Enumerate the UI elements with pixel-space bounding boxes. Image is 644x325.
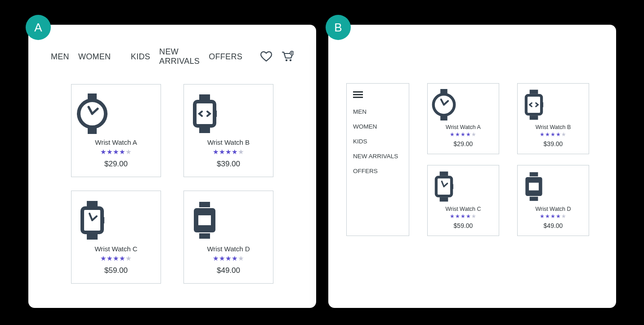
svg-rect-11	[215, 111, 217, 117]
product-price: $39.00	[188, 160, 268, 169]
variant-badge-b: B	[326, 15, 351, 40]
product-grid: Wrist Watch A ★★★★★ $29.00 Wrist Watc	[427, 83, 589, 236]
product-price: $39.00	[521, 140, 585, 147]
watch-code-icon	[521, 89, 585, 120]
nav-item-kids[interactable]: KIDS	[353, 134, 402, 149]
product-card[interactable]: Wrist Watch A ★★★★★ $29.00	[71, 84, 161, 177]
svg-rect-19	[199, 233, 210, 239]
layout-variant-b: B MEN WOMEN KIDS NEW ARRIVALS OFFERS	[328, 25, 616, 308]
wishlist-icon[interactable]	[260, 51, 272, 62]
svg-rect-9	[199, 128, 210, 133]
rating-stars: ★★★★★	[76, 254, 156, 263]
svg-rect-8	[199, 94, 210, 100]
svg-rect-10	[195, 102, 215, 126]
rating-stars: ★★★★★	[521, 131, 585, 138]
svg-point-0	[286, 59, 287, 61]
product-name: Wrist Watch D	[521, 206, 585, 212]
nav-item-women[interactable]: WOMEN	[353, 119, 402, 134]
watch-solid-icon	[521, 171, 585, 202]
svg-rect-38	[530, 197, 538, 201]
product-price: $59.00	[431, 222, 495, 229]
svg-line-36	[444, 183, 447, 187]
product-name: Wrist Watch B	[188, 138, 268, 146]
product-price: $49.00	[521, 222, 585, 229]
nav-item-men[interactable]: MEN	[353, 104, 402, 119]
watch-round-icon	[76, 93, 156, 134]
svg-rect-18	[199, 202, 210, 207]
svg-rect-40	[529, 183, 539, 190]
svg-line-26	[444, 101, 448, 105]
product-grid: Wrist Watch A ★★★★★ $29.00 Wrist Watch B…	[28, 66, 316, 284]
svg-point-1	[290, 59, 291, 61]
rating-stars: ★★★★★	[188, 254, 268, 263]
svg-rect-12	[87, 201, 98, 206]
product-name: Wrist Watch A	[431, 124, 495, 130]
svg-line-16	[89, 214, 92, 220]
rating-stars: ★★★★★	[188, 148, 268, 156]
product-card[interactable]: Wrist Watch D ★★★★★ $49.00	[183, 191, 273, 284]
product-name: Wrist Watch D	[188, 245, 268, 253]
watch-square-icon	[76, 200, 156, 240]
product-price: $59.00	[76, 266, 156, 275]
hamburger-icon[interactable]	[353, 91, 402, 98]
product-price: $29.00	[76, 160, 156, 169]
nav-item-new-arrivals[interactable]: NEW ARRIVALS	[353, 149, 402, 164]
svg-line-7	[92, 109, 98, 114]
product-card[interactable]: Wrist Watch B ★★★★★ $39.00	[183, 84, 273, 177]
cart-icon[interactable]	[281, 51, 294, 62]
product-name: Wrist Watch C	[76, 245, 156, 253]
svg-rect-21	[198, 215, 211, 225]
rating-stars: ★★★★★	[431, 131, 495, 138]
product-card[interactable]: Wrist Watch B ★★★★★ $39.00	[517, 83, 589, 154]
product-price: $49.00	[188, 266, 268, 275]
svg-rect-31	[440, 172, 448, 176]
product-price: $29.00	[431, 140, 495, 147]
product-card[interactable]: Wrist Watch D ★★★★★ $49.00	[517, 165, 589, 236]
watch-square-icon	[431, 171, 495, 202]
product-name: Wrist Watch C	[431, 206, 495, 212]
svg-rect-37	[530, 172, 538, 176]
svg-rect-27	[530, 90, 538, 94]
watch-solid-icon	[188, 200, 268, 240]
svg-rect-13	[87, 234, 98, 240]
rating-stars: ★★★★★	[431, 213, 495, 219]
svg-rect-30	[541, 102, 543, 107]
watch-round-icon	[431, 89, 495, 120]
svg-rect-29	[526, 95, 541, 114]
product-card[interactable]: Wrist Watch C ★★★★★ $59.00	[71, 191, 161, 284]
top-nav: MEN WOMEN KIDS NEW ARRIVALS OFFERS	[28, 25, 316, 66]
svg-rect-34	[452, 184, 453, 189]
product-card[interactable]: Wrist Watch A ★★★★★ $29.00	[427, 83, 499, 154]
svg-rect-15	[102, 217, 104, 223]
rating-stars: ★★★★★	[521, 213, 585, 219]
product-name: Wrist Watch B	[521, 124, 585, 130]
watch-code-icon	[188, 93, 268, 134]
svg-rect-32	[440, 197, 448, 201]
nav-item-offers[interactable]: OFFERS	[353, 164, 402, 178]
rating-stars: ★★★★★	[76, 148, 156, 156]
svg-line-17	[92, 216, 97, 220]
nav-item-kids[interactable]: KIDS	[131, 52, 150, 62]
variant-badge-a: A	[26, 15, 51, 40]
side-nav: MEN WOMEN KIDS NEW ARRIVALS OFFERS	[346, 83, 409, 236]
nav-item-offers[interactable]: OFFERS	[209, 52, 242, 62]
layout-variant-a: A MEN WOMEN KIDS NEW ARRIVALS OFFERS	[28, 25, 316, 308]
nav-item-women[interactable]: WOMEN	[78, 52, 111, 62]
svg-rect-28	[530, 116, 538, 120]
product-name: Wrist Watch A	[76, 138, 156, 146]
svg-line-35	[442, 181, 444, 187]
nav-item-men[interactable]: MEN	[51, 52, 69, 62]
product-card[interactable]: Wrist Watch C ★★★★★ $59.00	[427, 165, 499, 236]
nav-item-new-arrivals[interactable]: NEW ARRIVALS	[159, 47, 200, 66]
